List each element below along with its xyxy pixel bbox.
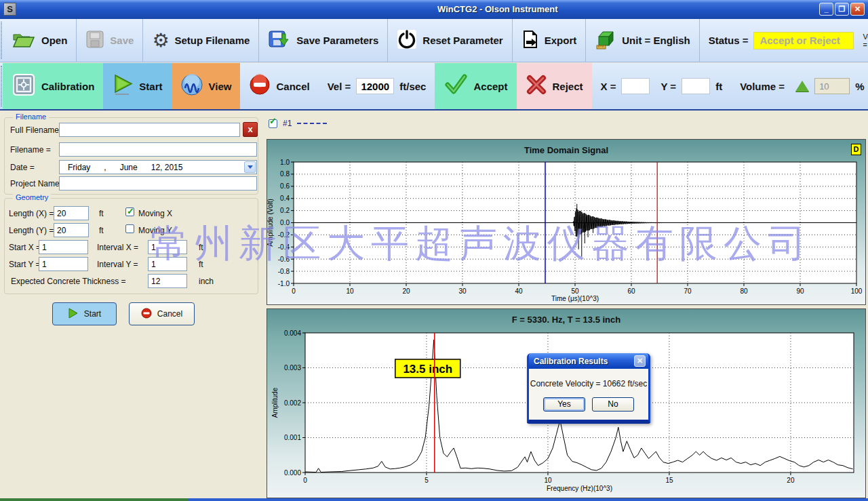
toolbar-grip-2[interactable] — [1, 66, 2, 106]
channel-row: #1 — [269, 118, 327, 129]
filename-input[interactable] — [59, 142, 257, 157]
interval-x-unit: ft — [199, 243, 203, 252]
close-button[interactable]: ✕ — [850, 3, 865, 16]
maximize-button[interactable]: ❐ — [835, 3, 849, 16]
wincgt2-window: S WinCTG2 - Olson Instrument _ ❐ ✕ Open — [0, 0, 868, 501]
panel-cancel-button[interactable]: Cancel — [129, 302, 195, 325]
setup-gear-icon: ⚙ — [152, 31, 169, 50]
x-tick-label: 15 — [665, 477, 673, 484]
dialog-yes-button[interactable]: Yes — [543, 397, 585, 412]
x-tick-label: 80 — [740, 287, 748, 295]
status-section: Status = Accept or Reject — [700, 19, 863, 62]
thickness-annotation-text: 13.5 inch — [403, 363, 452, 376]
moving-y-checkbox[interactable] — [125, 224, 134, 233]
geometry-group-legend: Geometry — [13, 193, 51, 201]
thickness-input[interactable] — [148, 274, 187, 288]
y-input[interactable] — [682, 78, 710, 94]
date-label: Date = — [10, 163, 35, 172]
reset-power-icon — [397, 29, 417, 52]
y-tick-label: 0.002 — [284, 399, 301, 407]
volume-label: Volume = — [740, 81, 785, 92]
moving-x-checkbox[interactable] — [125, 207, 134, 216]
view-label: View — [209, 81, 232, 92]
export-icon — [521, 30, 539, 52]
length-y-unit: ft — [99, 226, 104, 235]
open-folder-icon — [12, 30, 36, 52]
status-value[interactable]: Accept or Reject — [753, 32, 854, 49]
panel-start-button[interactable]: Start — [52, 302, 117, 325]
x-tick-label: 60 — [627, 287, 635, 295]
y-tick-label: -1.0 — [278, 280, 290, 287]
volume-input[interactable] — [814, 78, 850, 94]
project-name-input[interactable] — [59, 176, 257, 191]
channel-1-label: #1 — [283, 119, 292, 128]
save-button[interactable]: Save — [77, 19, 143, 62]
start-x-input[interactable] — [39, 240, 88, 254]
x-tick-label: 20 — [402, 287, 410, 295]
time-domain-plot[interactable]: 0102030405060708090100-1.0-0.8-0.6-0.4-0… — [267, 140, 867, 306]
geometry-group: Geometry Length (X) = ft Moving X Length… — [4, 198, 258, 294]
volume-section: Volume = % ⚙ — [731, 63, 868, 109]
dialog-close-icon[interactable]: ✕ — [634, 355, 646, 367]
x-tick-label: 50 — [571, 287, 579, 295]
clear-filename-button[interactable]: x — [243, 122, 258, 137]
calibration-button[interactable]: Calibration — [3, 63, 103, 109]
length-x-label: Length (X) = — [9, 209, 54, 218]
save-parameters-button[interactable]: Save Parameters — [259, 19, 388, 62]
date-dropdown-arrow[interactable] — [244, 161, 256, 173]
velocity-input[interactable] — [356, 78, 394, 94]
x-tick-label: 90 — [796, 287, 804, 295]
date-value: Friday , June 12, 2015 — [68, 163, 182, 172]
unit-button[interactable]: Unit = English — [586, 19, 699, 62]
length-x-input[interactable] — [54, 206, 89, 220]
app-icon[interactable]: S — [3, 3, 16, 16]
volume-unit: % — [855, 81, 864, 92]
view-button[interactable]: View — [172, 63, 241, 109]
y-tick-label: -0.4 — [278, 243, 290, 251]
x-label: X = — [601, 81, 616, 92]
x-tick-label: 5 — [425, 477, 429, 484]
y-tick-label: -0.6 — [278, 256, 290, 263]
calibration-icon — [12, 73, 36, 100]
x-tick-label: 10 — [346, 287, 354, 295]
export-button[interactable]: Export — [513, 19, 587, 62]
reject-x-icon — [526, 74, 547, 98]
channel-1-line-sample — [297, 123, 327, 124]
open-button[interactable]: Open — [3, 19, 77, 62]
xy-section: X = Y = ft — [592, 63, 732, 109]
volume-up-icon[interactable] — [795, 81, 809, 92]
start-button[interactable]: Start — [103, 63, 171, 109]
view-waveform-icon — [180, 73, 203, 99]
y-tick-label: 0.6 — [280, 182, 290, 190]
reject-label: Reject — [553, 81, 583, 92]
y-tick-label: 0.4 — [280, 195, 290, 202]
moving-x-label: Moving X — [138, 209, 172, 218]
filename-group: Filename Full Filename = x Filename = Da… — [4, 117, 258, 195]
dialog-no-button[interactable]: No — [592, 397, 634, 412]
reject-button[interactable]: Reject — [517, 63, 592, 109]
interval-y-input[interactable] — [148, 257, 187, 271]
accept-button[interactable]: Accept — [435, 63, 516, 109]
x-axis-title: Frequency (Hz)(10^3) — [547, 485, 612, 492]
full-filename-label: Full Filename = — [10, 125, 66, 135]
date-combobox[interactable]: Friday , June 12, 2015 — [59, 160, 257, 174]
toolbar-grip[interactable] — [1, 22, 2, 59]
channel-1-checkbox[interactable] — [269, 119, 277, 128]
x-input[interactable] — [621, 78, 650, 94]
x-tick-label: 70 — [684, 287, 692, 295]
interval-x-input[interactable] — [148, 240, 187, 254]
window-title: WinCTG2 - Olson Instrument — [437, 4, 558, 14]
start-x-label: Start X = — [9, 243, 41, 252]
setup-filename-button[interactable]: ⚙ Setup Filename — [143, 19, 259, 62]
filename-label: Filename = — [10, 145, 51, 155]
full-filename-input[interactable] — [59, 123, 240, 137]
setup-filename-label: Setup Filename — [175, 35, 250, 46]
cancel-button[interactable]: Cancel — [240, 63, 318, 109]
minimize-button[interactable]: _ — [819, 3, 833, 16]
reset-parameter-button[interactable]: Reset Parameter — [388, 19, 512, 62]
dialog-title-bar[interactable]: Calibration Results ✕ — [529, 353, 648, 369]
start-y-input[interactable] — [39, 257, 88, 271]
length-y-input[interactable] — [54, 223, 89, 237]
reset-parameter-label: Reset Parameter — [422, 35, 502, 46]
x-tick-label: 20 — [787, 477, 795, 484]
